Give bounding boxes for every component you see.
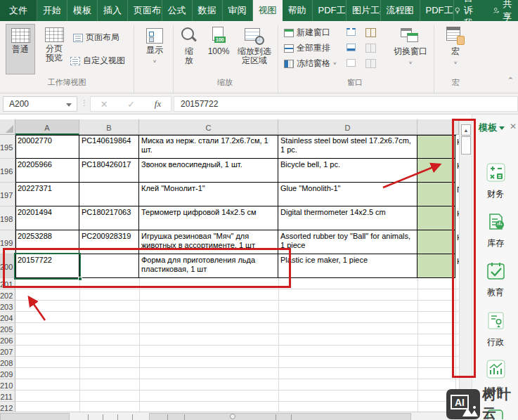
cell-B196[interactable]: PC180426017 bbox=[79, 159, 139, 183]
cell-E197[interactable] bbox=[417, 183, 455, 206]
row-header-203[interactable]: 203 bbox=[0, 301, 15, 312]
cell-A199[interactable]: 20253288 bbox=[15, 230, 79, 254]
cell-C195[interactable]: Миска из нерж. стали 17.2x6.7см, 1 шт. bbox=[139, 135, 278, 159]
cell-E200[interactable] bbox=[417, 254, 455, 278]
tab-file[interactable]: 文件 bbox=[0, 0, 37, 21]
scrollbar-thumb[interactable] bbox=[461, 136, 471, 155]
cell-E198[interactable] bbox=[417, 206, 455, 230]
row-header-211[interactable]: 211 bbox=[0, 391, 15, 402]
cancel-icon[interactable]: ✕ bbox=[101, 99, 108, 110]
cell-A196[interactable]: 20205966 bbox=[15, 159, 79, 183]
row-header-212[interactable]: 212 bbox=[0, 402, 15, 412]
row-header-200[interactable]: 200 bbox=[0, 254, 15, 278]
switch-windows-button[interactable]: 切换窗口 ˅ bbox=[392, 24, 429, 77]
zoom-button[interactable]: 缩放 bbox=[177, 24, 201, 84]
row-header-202[interactable]: 202 bbox=[0, 289, 15, 301]
hide-window-icon[interactable] bbox=[347, 44, 356, 51]
tab-ribbon-4[interactable]: 页面布局 bbox=[128, 0, 162, 21]
cell-A197[interactable]: 20227371 bbox=[15, 183, 79, 206]
share-label[interactable]: 共享 bbox=[503, 0, 514, 23]
row-header-204[interactable]: 204 bbox=[0, 312, 15, 323]
row-header-199[interactable]: 199 bbox=[0, 230, 15, 254]
row-header-196[interactable]: 196 bbox=[0, 159, 15, 183]
panel-item-education[interactable]: 教育 bbox=[472, 261, 518, 298]
show-button[interactable]: 显示 ˅ bbox=[139, 24, 170, 74]
row-header-209[interactable]: 209 bbox=[0, 368, 15, 379]
tab-ribbon-1[interactable]: 开始 bbox=[37, 0, 67, 21]
panel-item-finance[interactable]: 财务 bbox=[472, 163, 518, 200]
row-header-195[interactable]: 195 bbox=[0, 135, 15, 159]
panel-dropdown-icon[interactable] bbox=[499, 126, 505, 130]
row-header-197[interactable]: 197 bbox=[0, 183, 15, 206]
insert-function-icon[interactable]: fx bbox=[155, 98, 161, 110]
cell-C200[interactable]: Форма для приготовления льда пластиковая… bbox=[139, 254, 278, 278]
collapse-ribbon-icon[interactable]: ⌃ bbox=[507, 76, 514, 85]
panel-item-inventory[interactable]: 库存 bbox=[472, 212, 518, 249]
cell-D198[interactable]: Digital thermometer 14x2.5 cm bbox=[278, 206, 417, 230]
freeze-panes-button[interactable]: 冻结窗格 ˅ bbox=[284, 58, 337, 70]
cell-B200[interactable] bbox=[79, 254, 139, 278]
cell-D196[interactable]: Bicycle bell, 1 pc. bbox=[278, 159, 417, 183]
cell-D199[interactable]: Assorted rubber toy "Ball" for animals, … bbox=[278, 230, 417, 254]
tab-ribbon-8[interactable]: 视图 bbox=[253, 0, 283, 21]
row-header-205[interactable]: 205 bbox=[0, 323, 15, 334]
fill-handle[interactable] bbox=[78, 277, 82, 281]
zoom-to-selection-button[interactable]: 缩放到选定区域 bbox=[235, 24, 274, 84]
column-header-e[interactable] bbox=[417, 119, 459, 135]
view-side-by-side-icon[interactable] bbox=[365, 28, 375, 36]
sheet-tab-strip[interactable] bbox=[0, 412, 472, 420]
page-break-preview-button[interactable]: 分页预览 bbox=[38, 24, 70, 74]
cell-D200[interactable]: Plastic ice maker, 1 piece bbox=[278, 254, 417, 278]
cell-B197[interactable] bbox=[79, 183, 139, 206]
select-all-corner[interactable] bbox=[0, 119, 15, 135]
normal-view-button[interactable]: 普通 bbox=[6, 24, 35, 74]
tab-ribbon-12[interactable]: 流程图 bbox=[381, 0, 420, 21]
cell-D197[interactable]: Glue "Monolith-1" bbox=[278, 183, 417, 206]
cell-A198[interactable]: 20201494 bbox=[15, 206, 79, 230]
row-header-208[interactable]: 208 bbox=[0, 357, 15, 368]
row-header-198[interactable]: 198 bbox=[0, 206, 15, 230]
name-box-dropdown-icon[interactable] bbox=[66, 103, 72, 107]
new-window-button[interactable]: 新建窗口 bbox=[284, 27, 330, 39]
cell-E199[interactable] bbox=[417, 230, 455, 254]
cell-E196[interactable] bbox=[417, 159, 455, 183]
macros-button[interactable]: 宏 ˅ bbox=[441, 24, 470, 77]
page-layout-button[interactable]: 页面布局 bbox=[73, 32, 119, 44]
cell-A195[interactable]: 20002770 bbox=[15, 135, 79, 159]
custom-views-button[interactable]: 自定义视图 bbox=[70, 55, 125, 67]
column-header-C[interactable]: C bbox=[139, 119, 278, 135]
panel-item-admin[interactable]: 行政 bbox=[472, 311, 518, 348]
row-header-207[interactable]: 207 bbox=[0, 346, 15, 357]
formula-bar-grip[interactable]: ⋮ bbox=[81, 99, 88, 107]
cell-C196[interactable]: Звонок велосипедный, 1 шт. bbox=[139, 159, 278, 183]
cell-C199[interactable]: Игрушка резиновая "Мяч" для животных в а… bbox=[139, 230, 278, 254]
column-header-A[interactable]: A bbox=[15, 119, 79, 135]
arrange-all-button[interactable]: 全部重排 bbox=[284, 42, 330, 54]
tab-ribbon-11[interactable]: 图片工具 bbox=[347, 0, 381, 21]
column-header-B[interactable]: B bbox=[79, 119, 139, 135]
cell-B198[interactable]: PC180217063 bbox=[79, 206, 139, 230]
row-header-210[interactable]: 210 bbox=[0, 379, 15, 391]
tab-ribbon-10[interactable]: PDF工具 bbox=[313, 0, 347, 21]
tab-ribbon-2[interactable]: 模板 bbox=[67, 0, 98, 21]
tab-ribbon-9[interactable]: 帮助 bbox=[283, 0, 313, 21]
tab-ribbon-13[interactable]: PDF工具 bbox=[420, 0, 455, 21]
cell-B195[interactable]: PC140619864 bbox=[79, 135, 139, 159]
cell-C198[interactable]: Термометр цифровой 14x2.5 см bbox=[139, 206, 278, 230]
tab-ribbon-7[interactable]: 审阅 bbox=[223, 0, 253, 21]
row-header-201[interactable]: 201 bbox=[0, 278, 15, 289]
zoom-100-button[interactable]: 100 100% bbox=[204, 24, 233, 74]
tab-ribbon-3[interactable]: 插入 bbox=[98, 0, 128, 21]
cell-D195[interactable]: Stainless steel bowl steel 17.2x6.7cm, 1… bbox=[278, 135, 417, 159]
row-header-206[interactable]: 206 bbox=[0, 334, 15, 346]
tab-ribbon-5[interactable]: 公式 bbox=[162, 0, 193, 21]
vertical-scrollbar[interactable]: ▲ bbox=[459, 119, 472, 412]
split-window-icon[interactable] bbox=[347, 28, 356, 36]
tab-ribbon-6[interactable]: 数据 bbox=[193, 0, 223, 21]
cell-E195[interactable] bbox=[417, 135, 455, 159]
column-header-D[interactable]: D bbox=[278, 119, 417, 135]
cell-B199[interactable]: PC200928319 bbox=[79, 230, 139, 254]
scroll-up-icon[interactable]: ▲ bbox=[461, 124, 471, 136]
panel-close-icon[interactable]: ✕ bbox=[510, 122, 517, 131]
name-box[interactable]: A200 bbox=[3, 96, 77, 112]
